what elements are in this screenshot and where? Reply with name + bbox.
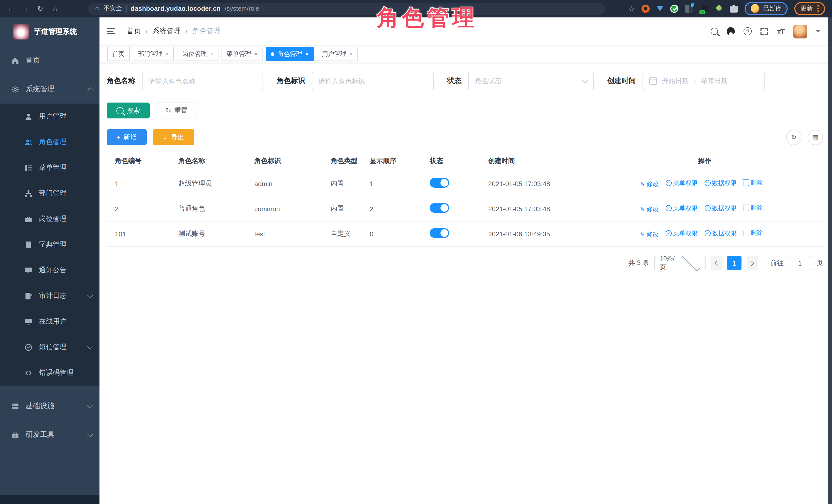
profile-paused-chip[interactable]: 已暂停	[745, 2, 788, 15]
circle-check-icon	[704, 230, 710, 236]
extension-grid-icon[interactable]	[685, 4, 693, 12]
edit-icon: ✎	[640, 206, 645, 213]
sidebar-item-departments[interactable]: 部门管理	[0, 181, 100, 206]
sidebar-item-roles[interactable]: 角色管理	[0, 129, 100, 155]
font-size-icon[interactable]: ᴛT	[777, 27, 785, 36]
page-unit-label: 页	[816, 258, 823, 268]
bookmark-star-icon[interactable]: ☆	[628, 4, 635, 12]
sidebar-item-audit-log[interactable]: 审计日志	[0, 283, 100, 309]
url-host[interactable]: dashboard.yudao.iocoder.cn	[131, 5, 221, 12]
data-permission-link[interactable]: 数据权限	[704, 179, 737, 187]
data-permission-link[interactable]: 数据权限	[704, 229, 737, 238]
menu-permission-link[interactable]: 菜单权限	[665, 204, 698, 213]
role-name-input[interactable]	[142, 72, 263, 90]
extension-green-check-icon[interactable]	[670, 4, 678, 12]
sidebar-item-system[interactable]: 系统管理	[0, 75, 100, 104]
close-icon[interactable]: ×	[210, 51, 213, 57]
row-actions-cell: ✎修改菜单权限数据权限删除	[576, 171, 825, 196]
close-icon[interactable]: ×	[350, 51, 353, 57]
sidebar-item-notices[interactable]: 通知公告	[0, 257, 100, 283]
extension-dark-icon[interactable]: on	[700, 4, 708, 12]
help-icon[interactable]: ?	[744, 27, 752, 35]
add-button[interactable]: + 新增	[107, 129, 147, 145]
address-bar[interactable]: ⚠ 不安全 dashboard.yudao.iocoder.cn/system/…	[88, 2, 605, 15]
calendar-icon	[649, 77, 657, 85]
sidebar-item-dictionary[interactable]: 字典管理	[0, 232, 100, 257]
edit-link[interactable]: ✎修改	[640, 180, 659, 189]
close-icon[interactable]: ×	[305, 51, 309, 57]
extension-gem-icon[interactable]	[656, 6, 664, 11]
role-code-input[interactable]	[312, 72, 434, 90]
page-1-button[interactable]: 1	[727, 256, 742, 270]
reload-icon[interactable]: ↻	[36, 4, 45, 12]
menu-permission-link[interactable]: 菜单权限	[665, 229, 698, 238]
sidebar-toggle-icon[interactable]	[107, 28, 115, 34]
app-logo[interactable]: 芋道管理系统	[0, 18, 100, 46]
chevron-right-icon	[749, 261, 754, 266]
reset-button[interactable]: ↻ 重置	[156, 103, 198, 118]
close-icon[interactable]: ×	[254, 51, 258, 57]
edit-icon: ✎	[640, 231, 645, 238]
goto-page-input[interactable]	[789, 256, 811, 270]
sidebar-item-home[interactable]: 首页	[0, 46, 100, 75]
delete-link[interactable]: 删除	[743, 229, 763, 237]
tab-users[interactable]: 用户管理×	[317, 47, 358, 61]
page-size-select[interactable]: 10条/页	[654, 256, 706, 270]
chevron-down-icon	[87, 431, 93, 437]
status-toggle[interactable]	[430, 178, 449, 188]
fullscreen-icon[interactable]	[761, 27, 769, 35]
home-icon[interactable]: ⌂	[51, 4, 59, 12]
status-select[interactable]: 角色状态	[468, 72, 594, 90]
date-range-picker[interactable]: 开始日期 - 结束日期	[643, 72, 764, 90]
page-scrollbar[interactable]	[828, 18, 832, 504]
delete-link[interactable]: 删除	[743, 204, 763, 212]
forward-icon[interactable]: →	[21, 4, 30, 12]
search-button[interactable]: 搜索	[107, 103, 150, 118]
user-avatar[interactable]	[793, 24, 807, 38]
refresh-table-button[interactable]: ↻	[786, 130, 802, 145]
extension-orange-icon[interactable]	[642, 4, 650, 12]
sidebar-item-online-users[interactable]: 在线用户	[0, 309, 100, 334]
tab-roles[interactable]: 角色管理×	[266, 47, 314, 61]
tab-departments[interactable]: 部门管理×	[133, 47, 174, 61]
avatar-caret-icon[interactable]	[816, 30, 820, 32]
sidebar-item-posts[interactable]: 岗位管理	[0, 206, 100, 232]
close-icon[interactable]: ×	[166, 51, 169, 57]
breadcrumb-home[interactable]: 首页	[127, 27, 141, 36]
status-toggle[interactable]	[430, 203, 449, 213]
status-toggle[interactable]	[430, 228, 449, 238]
back-icon[interactable]: ←	[6, 4, 15, 12]
edit-link[interactable]: ✎修改	[640, 205, 659, 214]
sidebar-item-error-codes[interactable]: 错误码管理	[0, 360, 100, 386]
sidebar-item-dev-tools[interactable]: 研发工具	[0, 420, 100, 449]
search-icon[interactable]	[711, 28, 718, 35]
extension-monkey-icon[interactable]	[715, 4, 723, 12]
edit-link[interactable]: ✎修改	[640, 230, 659, 239]
browser-menu-icon[interactable]	[817, 5, 819, 12]
sidebar-item-infrastructure[interactable]: 基础设施	[0, 392, 100, 420]
main-area: 首页 / 系统管理 / 角色管理 ? ᴛT 首页 部门	[100, 18, 832, 504]
breadcrumb-system[interactable]: 系统管理	[152, 27, 181, 36]
data-permission-link[interactable]: 数据权限	[704, 204, 737, 213]
security-label[interactable]: 不安全	[104, 4, 122, 13]
delete-link[interactable]: 删除	[743, 179, 763, 187]
update-label: 更新	[801, 4, 813, 13]
extensions-puzzle-icon[interactable]	[730, 4, 738, 12]
chevron-left-icon	[714, 261, 720, 266]
update-button[interactable]: 更新	[794, 2, 825, 15]
next-page-button[interactable]	[747, 256, 758, 270]
role-code-label: 角色标识	[277, 76, 305, 86]
url-path[interactable]: /system/role	[225, 5, 259, 12]
sidebar-item-sms[interactable]: 短信管理	[0, 334, 100, 360]
chevron-down-icon	[87, 292, 93, 298]
column-settings-button[interactable]: ▦	[808, 130, 823, 145]
tab-home[interactable]: 首页	[107, 47, 130, 61]
prev-page-button[interactable]	[711, 256, 722, 270]
sidebar-item-menus[interactable]: 菜单管理	[0, 155, 100, 181]
tab-menus[interactable]: 菜单管理×	[222, 47, 263, 61]
github-icon[interactable]	[727, 27, 735, 35]
menu-permission-link[interactable]: 菜单权限	[665, 179, 698, 187]
sidebar-item-users[interactable]: 用户管理	[0, 104, 100, 129]
tab-posts[interactable]: 岗位管理×	[177, 47, 218, 61]
export-button[interactable]: ↧ 导出	[153, 129, 194, 145]
